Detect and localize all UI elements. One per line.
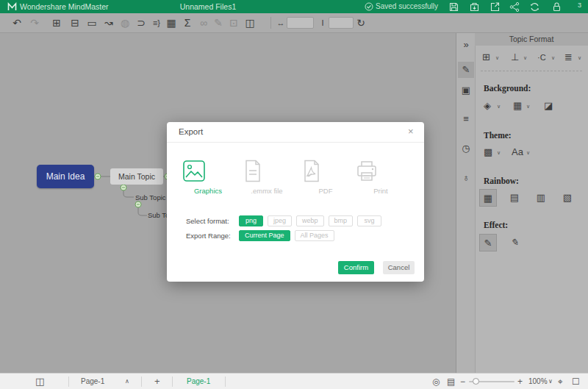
sync-icon[interactable] — [529, 1, 540, 13]
fill-caret-icon[interactable]: ∨ — [497, 103, 501, 110]
toolbar-separator — [270, 17, 271, 29]
format-webp-button[interactable]: webp — [296, 215, 324, 226]
background-image-icon[interactable]: ▦ — [513, 100, 522, 112]
floating-topic-icon[interactable]: ▭ — [84, 15, 100, 30]
export-option-label: Print — [355, 187, 406, 195]
share-nodes-icon[interactable] — [509, 1, 520, 13]
formula-icon[interactable]: Σ — [179, 15, 196, 30]
format-svg-button[interactable]: svg — [357, 215, 381, 226]
export-option-pdf[interactable]: PDF — [300, 159, 351, 195]
comment-icon[interactable]: ⊡ — [226, 15, 242, 30]
numbering-icon[interactable]: ≣ — [564, 51, 573, 63]
outline-view-icon[interactable]: ◫ — [242, 15, 258, 30]
theme-font-icon[interactable]: Aa — [512, 146, 523, 158]
mindmap-node-main-idea[interactable]: Main Idea — [37, 165, 94, 188]
topic-width-input[interactable] — [287, 17, 314, 29]
refresh-icon[interactable]: ↻ — [353, 15, 369, 30]
background-image-lock-icon[interactable]: ◪ — [544, 100, 553, 112]
effect-pen-icon[interactable]: ✎ — [506, 234, 523, 251]
export-dialog: Export × Graphics .emmx file PDF — [167, 122, 424, 282]
insert-image-icon[interactable]: ▦ — [163, 15, 179, 30]
numbering-caret-icon[interactable]: ∨ — [578, 54, 581, 62]
redo-icon[interactable]: ↷ — [26, 15, 43, 30]
zoom-level[interactable]: 100% — [528, 374, 548, 389]
format-png-button[interactable]: png — [239, 215, 263, 226]
page-dropdown[interactable]: Page-1 — [81, 374, 104, 389]
page-tab-active[interactable]: Page-1 — [187, 374, 210, 389]
print-icon — [355, 159, 379, 183]
format-label: Select format: — [186, 217, 234, 225]
connector-style-icon[interactable]: ·C — [537, 51, 546, 63]
mindmap-node-sub-topic-1[interactable]: Sub Topic — [135, 193, 166, 201]
collapse-panel-icon[interactable]: » — [458, 37, 474, 53]
hyperlink-icon[interactable]: ∞ — [196, 15, 212, 30]
topic-shape-icon[interactable]: ⊞ — [482, 51, 490, 63]
connector-caret-icon[interactable]: ∨ — [551, 54, 555, 62]
boundary-icon[interactable]: ⊃ — [133, 15, 149, 30]
theme-caret-icon[interactable]: ∨ — [497, 149, 501, 157]
page-dropdown-caret-icon[interactable]: ∧ — [125, 374, 129, 389]
zoom-slider-handle[interactable] — [473, 378, 479, 385]
view-normal-icon[interactable]: ◎ — [432, 374, 440, 389]
right-rail: » ✎ ▣ ≡ ◷ ♁ — [456, 33, 475, 373]
annotate-pen-icon[interactable]: ✎ — [210, 15, 226, 30]
relationship-icon[interactable]: ↝ — [101, 15, 117, 30]
statusbar-divider — [68, 376, 69, 387]
rainbow-style-1[interactable]: ▦ — [479, 189, 497, 207]
history-icon[interactable]: ◷ — [458, 140, 474, 157]
dialog-header-divider — [167, 142, 424, 143]
presentation-mode-icon[interactable]: ◫ — [35, 374, 44, 389]
save-icon[interactable] — [448, 1, 459, 13]
layout-icon[interactable]: ⊥ — [511, 51, 519, 63]
line-height-input[interactable] — [329, 17, 354, 29]
cancel-button[interactable]: Cancel — [383, 261, 415, 274]
locate-center-icon[interactable]: ⌖ — [558, 374, 563, 389]
fill-color-icon[interactable]: ◈ — [484, 100, 491, 112]
format-bmp-button[interactable]: bmp — [329, 215, 354, 226]
range-all-pages-button[interactable]: All Pages — [295, 230, 334, 241]
export-option-print[interactable]: Print — [355, 159, 406, 195]
notification-badge[interactable]: 3 — [578, 1, 581, 9]
app-logo-icon — [7, 2, 17, 12]
rainbow-style-2[interactable]: ▤ — [506, 189, 523, 207]
format-brush-icon[interactable]: ✎ — [458, 62, 474, 78]
outline-list-icon[interactable]: ≡ — [458, 111, 474, 127]
mindmap-node-main-topic[interactable]: Main Topic — [110, 168, 163, 185]
dialog-close-icon[interactable]: × — [408, 126, 414, 137]
clipart-icon[interactable]: ▣ — [458, 82, 474, 99]
save-as-icon[interactable] — [469, 1, 480, 13]
lock-icon[interactable] — [551, 1, 562, 13]
main-toolbar: ↶ ↷ ⊞ ⊟ ▭ ↝ ◍ ⊃ ≡} ▦ Σ ∞ ✎ ⊡ ◫ ↔ I ↻ — [0, 13, 588, 33]
add-page-button[interactable]: + — [154, 374, 160, 389]
background-image-caret-icon[interactable]: ∨ — [526, 103, 530, 110]
app-name: Wondershare MindMaster — [20, 0, 109, 13]
confirm-button[interactable]: Confirm — [338, 261, 374, 274]
format-jpeg-button[interactable]: jpeg — [268, 215, 292, 226]
saved-check-icon — [365, 2, 373, 11]
export-option-emmx[interactable]: .emmx file — [241, 159, 293, 195]
layout-caret-icon[interactable]: ∨ — [523, 54, 527, 62]
idea-lightbulb-icon[interactable]: ♁ — [458, 170, 474, 186]
rainbow-style-3[interactable]: ▥ — [532, 189, 550, 207]
insert-topic-icon[interactable]: ⊞ — [49, 15, 65, 30]
view-card-icon[interactable]: ▤ — [447, 374, 455, 389]
topic-shape-caret-icon[interactable]: ∨ — [495, 54, 499, 62]
range-current-page-button[interactable]: Current Page — [239, 230, 290, 241]
undo-icon[interactable]: ↶ — [9, 15, 25, 30]
file-name: Unnamed Files1 — [168, 0, 248, 13]
theme-style-icon[interactable]: ▩ — [484, 146, 492, 158]
fullscreen-icon[interactable]: ☐ — [572, 374, 580, 389]
effect-hand-drawn-icon[interactable]: ✎ — [479, 234, 497, 251]
export-option-graphics[interactable]: Graphics — [182, 159, 234, 195]
zoom-caret-icon[interactable]: ∨ — [548, 374, 553, 389]
summary-icon[interactable]: ≡} — [148, 15, 165, 30]
zoom-in-button[interactable]: + — [517, 374, 523, 389]
rainbow-style-4[interactable]: ▧ — [559, 189, 576, 207]
saved-status: Saved successfully — [376, 0, 438, 13]
zoom-out-button[interactable]: − — [460, 374, 465, 389]
theme-font-caret-icon[interactable]: ∨ — [526, 149, 530, 157]
callout-icon[interactable]: ◍ — [117, 15, 133, 30]
rainbow-label: Rainbow: — [484, 176, 519, 185]
export-file-icon[interactable] — [490, 1, 501, 13]
insert-subtopic-icon[interactable]: ⊟ — [67, 15, 83, 30]
